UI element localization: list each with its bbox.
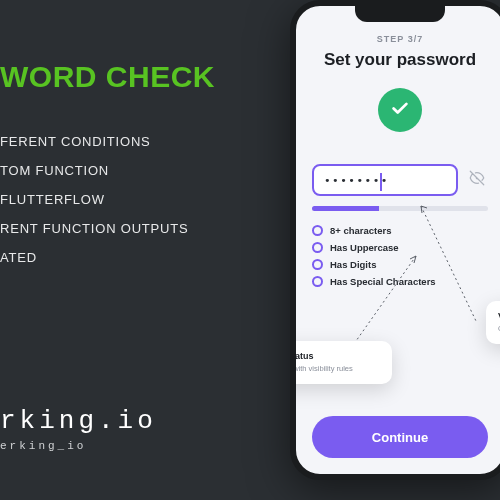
list-item: FLUTTERFLOW bbox=[0, 192, 300, 207]
success-badge bbox=[378, 88, 422, 132]
check-ring-icon bbox=[312, 242, 323, 253]
callout-right: V C bbox=[486, 301, 500, 344]
eye-off-icon bbox=[468, 169, 486, 191]
feature-list: FERENT CONDITIONS TOM FUNCTION FLUTTERFL… bbox=[0, 134, 300, 265]
page-title: Set your password bbox=[312, 50, 488, 70]
promo-title: WORD CHECK bbox=[0, 60, 300, 94]
continue-button[interactable]: Continue bbox=[312, 416, 488, 458]
brand-handle: erking_io bbox=[0, 440, 157, 452]
check-ring-icon bbox=[312, 259, 323, 270]
check-icon bbox=[389, 97, 411, 123]
list-item: ATED bbox=[0, 250, 300, 265]
password-input[interactable]: •••••••• bbox=[312, 164, 458, 196]
check-ring-icon bbox=[312, 225, 323, 236]
step-indicator: STEP 3/7 bbox=[312, 34, 488, 44]
annotation-arrow-icon bbox=[416, 201, 486, 331]
requirement-label: 8+ characters bbox=[330, 225, 392, 236]
check-ring-icon bbox=[312, 276, 323, 287]
callout-subtitle: Widgets with visibility rules bbox=[290, 364, 380, 374]
strength-bar-fill bbox=[312, 206, 379, 211]
callout-title: Step Status bbox=[290, 351, 380, 361]
brand-name: rking.io bbox=[0, 406, 157, 436]
password-mask: •••••••• bbox=[324, 174, 389, 187]
annotation-arrow-icon bbox=[346, 251, 426, 351]
toggle-visibility-button[interactable] bbox=[466, 169, 488, 191]
brand-block: rking.io erking_io bbox=[0, 406, 157, 452]
list-item: TOM FUNCTION bbox=[0, 163, 300, 178]
list-item: FERENT CONDITIONS bbox=[0, 134, 300, 149]
list-item: RENT FUNCTION OUTPUTS bbox=[0, 221, 300, 236]
phone-mockup: STEP 3/7 Set your password •••••••• bbox=[290, 0, 500, 480]
